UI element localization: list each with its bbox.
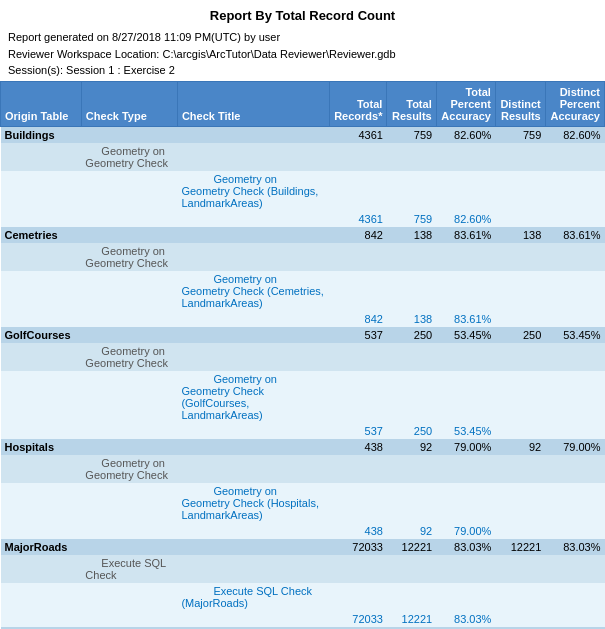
distinct-pct-cell	[545, 555, 604, 583]
total-pct-cell: 83.61%	[436, 227, 495, 243]
distinct-cell: 92	[495, 439, 545, 455]
total-pct-cell: 53.45%	[436, 327, 495, 343]
report-meta: Report generated on 8/27/2018 11:09 PM(U…	[0, 27, 605, 81]
total-records-cell: 4361	[329, 126, 387, 143]
distinct-pct-cell: 53.45%	[545, 327, 604, 343]
distinct-cell	[495, 171, 545, 211]
distinct-pct-cell	[545, 455, 604, 483]
distinct-cell: 138	[495, 227, 545, 243]
checktype-cell	[81, 171, 177, 211]
distinct-cell	[495, 555, 545, 583]
col-header-checktitle: Check Title	[177, 81, 329, 126]
total-pct-cell	[436, 371, 495, 423]
table-row: Geometry on Geometry Check	[1, 143, 605, 171]
checktype-cell	[81, 483, 177, 523]
total-pct-cell	[436, 555, 495, 583]
checktype-cell	[81, 126, 177, 143]
checktitle-cell	[177, 126, 329, 143]
table-row: Geometry on Geometry Check (Cemetries, L…	[1, 271, 605, 311]
total-pct-cell: 82.60%	[436, 126, 495, 143]
origin-cell	[1, 343, 82, 371]
total-results-cell	[387, 271, 436, 311]
checktitle-cell	[177, 455, 329, 483]
total-records-cell	[329, 483, 387, 523]
distinct-pct-cell	[545, 483, 604, 523]
origin-cell	[1, 555, 82, 583]
total-results-cell: 138	[387, 311, 436, 327]
checktype-cell	[81, 371, 177, 423]
checktype-cell	[81, 227, 177, 243]
distinct-cell	[495, 371, 545, 423]
distinct-cell	[495, 523, 545, 539]
distinct-pct-cell	[545, 271, 604, 311]
checktitle-cell: Geometry on Geometry Check (Buildings, L…	[177, 171, 329, 211]
table-row: 842 138 83.61%	[1, 311, 605, 327]
distinct-cell	[495, 483, 545, 523]
total-records-cell	[329, 371, 387, 423]
total-pct-cell	[436, 583, 495, 611]
total-records-cell	[329, 343, 387, 371]
distinct-cell	[495, 423, 545, 439]
origin-cell	[1, 583, 82, 611]
total-results-cell: 250	[387, 423, 436, 439]
report-title: Report By Total Record Count	[0, 0, 605, 27]
distinct-pct-cell	[545, 243, 604, 271]
checktitle-cell: Geometry on Geometry Check (Cemetries, L…	[177, 271, 329, 311]
distinct-pct-cell: 83.61%	[545, 227, 604, 243]
total-results-cell: 12221	[387, 611, 436, 627]
total-records-cell: 4361	[329, 211, 387, 227]
total-results-cell: 759	[387, 211, 436, 227]
distinct-pct-cell: 79.00%	[545, 439, 604, 455]
checktitle-cell	[177, 143, 329, 171]
total-records-cell: 842	[329, 227, 387, 243]
distinct-cell	[495, 583, 545, 611]
checktype-cell: Geometry on Geometry Check	[81, 343, 177, 371]
total-records-cell: 72033	[329, 611, 387, 627]
table-row: Execute SQL Check	[1, 555, 605, 583]
origin-cell	[1, 455, 82, 483]
checktype-cell	[81, 523, 177, 539]
table-row: Geometry on Geometry Check (GolfCourses,…	[1, 371, 605, 423]
table-row: 4361 759 82.60%	[1, 211, 605, 227]
distinct-pct-cell	[545, 343, 604, 371]
checktype-cell: Geometry on Geometry Check	[81, 455, 177, 483]
origin-cell: Buildings	[1, 126, 82, 143]
report-table: Origin Table Check Type Check Title Tota…	[0, 81, 605, 630]
checktitle-cell	[177, 555, 329, 583]
total-pct-cell: 53.45%	[436, 423, 495, 439]
origin-cell: GolfCourses	[1, 327, 82, 343]
distinct-pct-cell: 83.03%	[545, 539, 604, 555]
total-pct-cell: 83.03%	[436, 611, 495, 627]
origin-cell: MajorRoads	[1, 539, 82, 555]
total-pct-cell	[436, 455, 495, 483]
total-results-cell	[387, 583, 436, 611]
checktitle-cell	[177, 227, 329, 243]
total-results-cell	[387, 171, 436, 211]
distinct-cell	[495, 343, 545, 371]
total-results-cell	[387, 343, 436, 371]
total-results-cell: 759	[387, 126, 436, 143]
checktitle-cell	[177, 439, 329, 455]
checktitle-cell: Geometry on Geometry Check (GolfCourses,…	[177, 371, 329, 423]
total-records-cell	[329, 171, 387, 211]
distinct-cell	[495, 211, 545, 227]
checktitle-cell	[177, 343, 329, 371]
checktitle-cell: Execute SQL Check (MajorRoads)	[177, 583, 329, 611]
total-records-cell	[329, 583, 387, 611]
total-records-cell: 438	[329, 439, 387, 455]
table-row: 438 92 79.00%	[1, 523, 605, 539]
distinct-pct-cell	[545, 523, 604, 539]
checktype-cell	[81, 311, 177, 327]
checktype-cell	[81, 583, 177, 611]
table-row: Geometry on Geometry Check	[1, 243, 605, 271]
total-pct-cell: 79.00%	[436, 439, 495, 455]
checktype-cell	[81, 611, 177, 627]
total-results-cell	[387, 143, 436, 171]
total-results-cell: 250	[387, 327, 436, 343]
checktitle-cell	[177, 423, 329, 439]
table-row: Geometry on Geometry Check (Hospitals, L…	[1, 483, 605, 523]
checktype-cell	[81, 211, 177, 227]
col-header-total-results: Total Results	[387, 81, 436, 126]
checktitle-cell	[177, 539, 329, 555]
origin-cell	[1, 211, 82, 227]
